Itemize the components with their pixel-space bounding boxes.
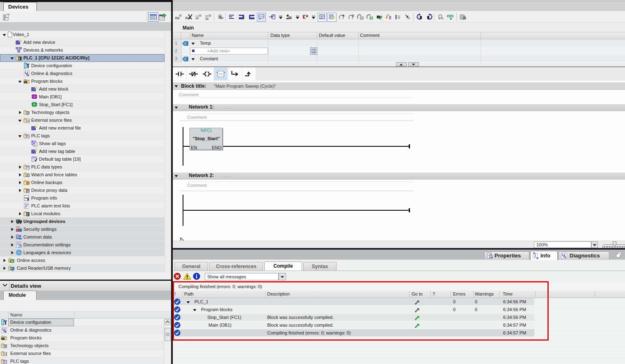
svg-text:i: i [535, 254, 536, 258]
svg-text:01: 01 [27, 120, 30, 123]
svg-text:01: 01 [4, 353, 7, 356]
svg-text:??: ?? [219, 73, 222, 76]
